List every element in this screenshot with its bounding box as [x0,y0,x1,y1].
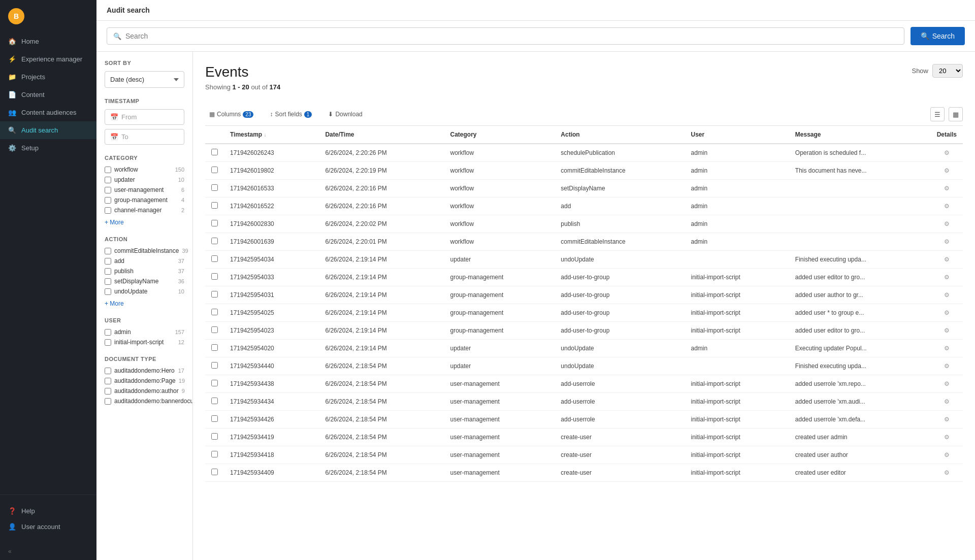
row-checkbox[interactable] [211,184,218,191]
detail-icon[interactable]: ⚙ [944,203,950,210]
row-checkbox[interactable] [211,451,218,457]
experience-manager-icon: ⚡ [8,55,16,63]
timestamp-to[interactable]: 📅 To [105,129,184,145]
detail-icon[interactable]: ⚙ [944,345,950,352]
category-checkbox-workflow[interactable] [105,167,111,173]
row-checkbox[interactable] [211,344,218,351]
user-checkbox-import-script[interactable] [105,339,111,346]
doctype-name: auditaddondemo:Page [114,377,176,384]
row-checkbox[interactable] [211,273,218,280]
detail-icon[interactable]: ⚙ [944,416,950,423]
row-checkbox[interactable] [211,398,218,404]
th-user[interactable]: User [685,126,789,144]
sidebar-item-setup[interactable]: ⚙️ Setup [0,139,96,157]
sidebar-item-content-audiences[interactable]: 👥 Content audiences [0,104,96,121]
row-checkbox[interactable] [211,149,218,155]
row-checkbox[interactable] [211,469,218,475]
sort-fields-button[interactable]: ↕ Sort fields 1 [266,109,316,120]
table-row: 1719425954033 6/26/2024, 2:19:14 PM grou… [205,269,963,286]
detail-icon[interactable]: ⚙ [944,327,950,334]
timestamp-from[interactable]: 📅 From [105,109,184,125]
category-checkbox-group-management[interactable] [105,197,111,204]
row-checkbox[interactable] [211,291,218,298]
action-checkbox-publish[interactable] [105,268,111,275]
logo-icon: B [8,8,24,24]
detail-icon[interactable]: ⚙ [944,274,950,281]
row-checkbox[interactable] [211,362,218,369]
action-checkbox-add[interactable] [105,258,111,265]
search-button[interactable]: 🔍 Search [911,27,965,45]
row-checkbox[interactable] [211,415,218,422]
detail-icon[interactable]: ⚙ [944,220,950,227]
sidebar-item-experience-manager[interactable]: ⚡ Experience manager [0,50,96,68]
row-details-cell: ⚙ [931,446,963,464]
th-user-label: User [691,131,704,138]
sidebar-item-user-account[interactable]: 👤 User account [8,519,88,535]
document-type-label: DOCUMENT TYPE [105,356,184,362]
category-checkbox-updater[interactable] [105,177,111,183]
setup-icon: ⚙️ [8,144,16,152]
sidebar-item-content[interactable]: 📄 Content [0,86,96,104]
th-action[interactable]: Action [555,126,685,144]
user-checkbox-admin[interactable] [105,329,111,336]
detail-icon[interactable]: ⚙ [944,469,950,476]
doctype-checkbox-bannerdocument[interactable] [105,398,111,405]
action-checkbox-set-display-name[interactable] [105,278,111,285]
sidebar-item-home[interactable]: 🏠 Home [0,32,96,50]
row-checkbox[interactable] [211,309,218,315]
detail-icon[interactable]: ⚙ [944,363,950,370]
columns-button[interactable]: ▦ Columns 23 [205,109,257,120]
row-checkbox[interactable] [211,238,218,244]
row-checkbox[interactable] [211,380,218,386]
doctype-checkbox-author[interactable] [105,388,111,394]
category-checkbox-channel-manager[interactable] [105,207,111,214]
action-more-link[interactable]: + More [105,300,124,307]
download-button[interactable]: ⬇ Download [324,109,366,120]
search-input-wrap[interactable]: 🔍 [107,27,904,45]
row-checkbox-cell [205,251,224,269]
sort-select[interactable]: Date (desc) Date (asc) User Category [105,71,184,88]
th-timestamp[interactable]: Timestamp ↓ [224,126,319,144]
category-checkbox-user-management[interactable] [105,187,111,193]
detail-icon[interactable]: ⚙ [944,238,950,245]
doctype-checkbox-hero[interactable] [105,368,111,374]
row-checkbox[interactable] [211,167,218,173]
detail-icon[interactable]: ⚙ [944,398,950,405]
detail-icon[interactable]: ⚙ [944,380,950,387]
row-datetime: 6/26/2024, 2:19:14 PM [319,286,444,304]
detail-icon[interactable]: ⚙ [944,149,950,156]
sidebar-item-help[interactable]: ❓ Help [8,503,88,519]
row-checkbox[interactable] [211,433,218,440]
detail-icon[interactable]: ⚙ [944,167,950,174]
sidebar-item-audit-search[interactable]: 🔍 Audit search [0,121,96,139]
compact-view-button[interactable]: ▦ [949,107,963,121]
row-checkbox[interactable] [211,202,218,209]
th-datetime[interactable]: Date/Time [319,126,444,144]
sidebar-item-projects[interactable]: 📁 Projects [0,68,96,86]
show-select[interactable]: 20 50 100 [932,64,963,78]
detail-icon[interactable]: ⚙ [944,434,950,441]
th-message[interactable]: Message [789,126,931,144]
category-more-link[interactable]: + More [105,219,124,226]
detail-icon[interactable]: ⚙ [944,451,950,458]
detail-icon[interactable]: ⚙ [944,309,950,316]
detail-icon[interactable]: ⚙ [944,291,950,299]
row-checkbox[interactable] [211,326,218,333]
doctype-checkbox-page[interactable] [105,378,111,384]
detail-icon[interactable]: ⚙ [944,185,950,192]
action-checkbox-undo-update[interactable] [105,288,111,295]
th-category[interactable]: Category [444,126,555,144]
grid-view-button[interactable]: ☰ [930,107,945,121]
action-checkbox-commit[interactable] [105,248,111,254]
detail-icon[interactable]: ⚙ [944,256,950,263]
search-input[interactable] [125,32,898,40]
row-checkbox[interactable] [211,220,218,226]
row-action: create-user [555,464,685,482]
doctype-count: 9 [182,388,185,394]
sidebar-collapse-button[interactable]: « [0,543,96,560]
filter-category-workflow: workflow 150 [105,166,184,173]
row-message: created user author [789,446,931,464]
sidebar-bottom-label: User account [21,523,60,531]
row-checkbox-cell [205,357,224,375]
row-checkbox[interactable] [211,255,218,262]
